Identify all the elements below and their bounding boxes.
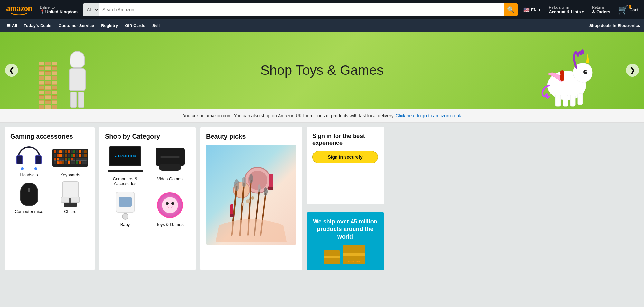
nav-link-registry[interactable]: Registry xyxy=(98,22,121,30)
hero-banner: ❮ xyxy=(0,32,644,109)
search-icon: 🔍 xyxy=(507,6,514,13)
info-text: You are on amazon.com. You can also shop… xyxy=(183,113,394,118)
svg-point-26 xyxy=(264,187,268,196)
banner-prev-button[interactable]: ❮ xyxy=(5,64,18,77)
location-icon: 📍 xyxy=(40,9,45,14)
video-games-image xyxy=(151,145,189,174)
mice-label: Computer mice xyxy=(15,209,43,214)
banner-title: Shop Toys & Games xyxy=(260,63,384,78)
flag-icon: 🇺🇸 xyxy=(523,7,530,13)
jenga-tower xyxy=(39,62,58,109)
svg-rect-10 xyxy=(560,74,564,81)
shipping-box-small xyxy=(324,250,340,264)
chairs-label: Chairs xyxy=(64,209,76,214)
box-tape xyxy=(324,256,340,258)
language-selector[interactable]: 🇺🇸 EN ▼ xyxy=(521,5,544,15)
laptop-art: ▲ PREDATOR xyxy=(108,146,143,172)
nav-link-gift-cards[interactable]: Gift Cards xyxy=(121,22,149,30)
category-item-computers[interactable]: ▲ PREDATOR Computers & Accessories xyxy=(105,145,145,186)
nav-link-customer-service[interactable]: Customer Service xyxy=(55,22,98,30)
account-bottom-label: Account & Lists ▼ xyxy=(549,9,584,14)
pony-figure xyxy=(538,44,596,108)
lol-eye-left xyxy=(166,202,169,205)
svg-point-20 xyxy=(242,177,246,187)
beauty-artwork xyxy=(206,148,296,242)
language-label: EN xyxy=(531,7,537,12)
account-top-label: Hello, sign in xyxy=(549,5,584,9)
deliver-to-area[interactable]: Deliver to 📍 United Kingdom xyxy=(38,4,80,16)
keyboards-label: Keyboards xyxy=(60,173,80,177)
signin-card: Sign in for the best experience Sign in … xyxy=(307,127,384,204)
beauty-title: Beauty picks xyxy=(206,133,296,140)
right-column: Sign in for the best experience Sign in … xyxy=(307,127,384,270)
lol-art xyxy=(157,192,183,218)
category-grid: ▲ PREDATOR Computers & Accessories Video… xyxy=(105,145,190,227)
nav-right-deals-link[interactable]: Shop deals in Electronics xyxy=(589,23,640,28)
video-games-label: Video Games xyxy=(157,176,183,181)
account-area[interactable]: Hello, sign in Account & Lists ▼ xyxy=(546,4,587,16)
mouse-art xyxy=(20,183,38,206)
lol-eye-right xyxy=(171,202,174,205)
deliver-country: 📍 United Kingdom xyxy=(40,9,78,14)
main-content: Gaming accessories Headsets xyxy=(0,123,644,275)
svg-rect-8 xyxy=(570,95,575,106)
computers-label: Computers & Accessories xyxy=(105,176,145,186)
lol-eyes xyxy=(166,202,174,205)
nav-all-button[interactable]: ☰ All xyxy=(4,19,20,32)
nav-link-deals[interactable]: Today's Deals xyxy=(20,22,55,30)
headsets-image xyxy=(11,145,47,171)
amazon-uk-link[interactable]: Click here to go to amazon.co.uk xyxy=(395,113,461,118)
returns-top-label: Returns xyxy=(592,5,610,9)
headsets-label: Headsets xyxy=(20,173,38,177)
keyboard-art xyxy=(52,149,88,167)
box-amazon-logo: amazon xyxy=(348,260,360,263)
ps4-art xyxy=(154,148,186,171)
svg-point-11 xyxy=(560,70,564,75)
nav-links: Today's Deals Customer Service Registry … xyxy=(20,22,589,30)
baby-image xyxy=(106,191,145,220)
search-bar: All 🔍 xyxy=(83,3,517,16)
svg-rect-31 xyxy=(230,214,234,217)
cart-area[interactable]: 0 🛒 Cart xyxy=(616,3,640,16)
amazon-logo[interactable]: amazon xyxy=(4,3,34,17)
header: amazon Deliver to 📍 United Kingdom All 🔍… xyxy=(0,0,644,19)
cart-icon: 🛒 xyxy=(618,5,628,15)
gaming-item-mice[interactable]: Computer mice xyxy=(10,181,48,214)
category-item-video-games[interactable]: Video Games xyxy=(150,145,190,186)
nav-all-label: All xyxy=(12,23,17,28)
svg-point-28 xyxy=(251,196,254,200)
cart-count: 0 xyxy=(629,4,631,10)
beauty-picks-card: Beauty picks xyxy=(200,127,302,270)
category-item-baby[interactable]: Baby xyxy=(105,191,145,227)
svg-rect-30 xyxy=(230,204,233,216)
svg-point-22 xyxy=(249,174,253,183)
predator-logo: ▲ PREDATOR xyxy=(114,154,136,158)
banner-right-decoration xyxy=(538,44,596,109)
svg-point-24 xyxy=(258,184,261,192)
returns-bottom-label: & Orders xyxy=(592,9,610,14)
logo-text: amazon xyxy=(6,4,32,13)
gaming-item-chairs[interactable]: Chairs xyxy=(52,181,89,214)
box-tape-large xyxy=(343,253,365,256)
gaming-item-headsets[interactable]: Headsets xyxy=(10,145,48,177)
shipping-boxes: amazon xyxy=(312,245,378,264)
category-item-toys[interactable]: Toys & Games xyxy=(150,191,190,227)
category-title: Shop by Category xyxy=(105,133,190,140)
svg-rect-7 xyxy=(563,95,568,106)
search-category-select[interactable]: All xyxy=(83,3,99,16)
signin-button[interactable]: Sign in securely xyxy=(312,151,378,163)
svg-rect-6 xyxy=(555,95,561,106)
search-button[interactable]: 🔍 xyxy=(504,3,518,16)
svg-point-18 xyxy=(234,179,239,191)
svg-rect-9 xyxy=(578,94,583,105)
toys-image xyxy=(151,191,189,220)
chairs-image xyxy=(52,181,88,207)
chair-art xyxy=(59,181,81,207)
beauty-image[interactable] xyxy=(206,145,296,245)
search-input[interactable] xyxy=(99,3,503,16)
gaming-item-keyboards[interactable]: Keyboards xyxy=(52,145,89,177)
banner-next-button[interactable]: ❯ xyxy=(626,64,639,77)
mice-image xyxy=(11,181,47,207)
nav-link-sell[interactable]: Sell xyxy=(149,22,163,30)
returns-area[interactable]: Returns & Orders xyxy=(590,4,612,16)
